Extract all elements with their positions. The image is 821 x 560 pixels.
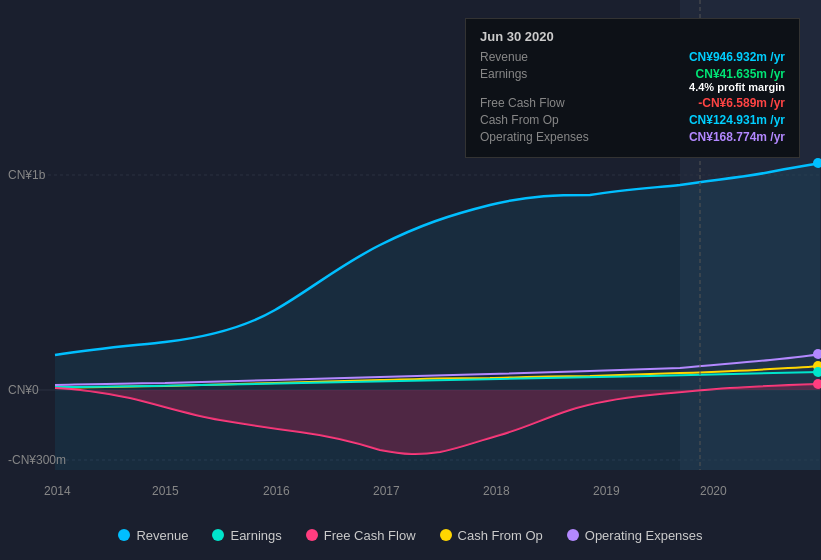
tooltip-revenue-value: CN¥946.932m /yr [689, 50, 785, 64]
tooltip-opex-label: Operating Expenses [480, 130, 610, 144]
tooltip-cashop-label: Cash From Op [480, 113, 610, 127]
legend-dot-cashop [440, 529, 452, 541]
tooltip-date: Jun 30 2020 [480, 29, 785, 44]
tooltip-fcf-label: Free Cash Flow [480, 96, 610, 110]
x-label-2016: 2016 [263, 484, 290, 498]
tooltip-row-earnings: Earnings CN¥41.635m /yr 4.4% profit marg… [480, 67, 785, 93]
tooltip-opex-value: CN¥168.774m /yr [689, 130, 785, 144]
legend-item-opex[interactable]: Operating Expenses [567, 528, 703, 543]
tooltip-box: Jun 30 2020 Revenue CN¥946.932m /yr Earn… [465, 18, 800, 158]
tooltip-profit-margin: 4.4% profit margin [689, 81, 785, 93]
legend-label-opex: Operating Expenses [585, 528, 703, 543]
y-label-mid: CN¥0 [8, 383, 39, 397]
x-label-2019: 2019 [593, 484, 620, 498]
tooltip-revenue-label: Revenue [480, 50, 610, 64]
x-label-2015: 2015 [152, 484, 179, 498]
legend-item-fcf[interactable]: Free Cash Flow [306, 528, 416, 543]
y-label-bot: -CN¥300m [8, 453, 66, 467]
tooltip-earnings-label: Earnings [480, 67, 610, 81]
tooltip-row-opex: Operating Expenses CN¥168.774m /yr [480, 130, 785, 144]
x-label-2018: 2018 [483, 484, 510, 498]
legend-label-earnings: Earnings [230, 528, 281, 543]
legend-bar: Revenue Earnings Free Cash Flow Cash Fro… [0, 510, 821, 560]
x-label-2020: 2020 [700, 484, 727, 498]
legend-item-cashop[interactable]: Cash From Op [440, 528, 543, 543]
legend-item-revenue[interactable]: Revenue [118, 528, 188, 543]
legend-item-earnings[interactable]: Earnings [212, 528, 281, 543]
x-label-2017: 2017 [373, 484, 400, 498]
legend-dot-fcf [306, 529, 318, 541]
tooltip-earnings-value: CN¥41.635m /yr [689, 67, 785, 81]
tooltip-row-cashop: Cash From Op CN¥124.931m /yr [480, 113, 785, 127]
tooltip-row-fcf: Free Cash Flow -CN¥6.589m /yr [480, 96, 785, 110]
tooltip-cashop-value: CN¥124.931m /yr [689, 113, 785, 127]
x-label-2014: 2014 [44, 484, 71, 498]
legend-label-fcf: Free Cash Flow [324, 528, 416, 543]
tooltip-row-revenue: Revenue CN¥946.932m /yr [480, 50, 785, 64]
legend-label-cashop: Cash From Op [458, 528, 543, 543]
legend-label-revenue: Revenue [136, 528, 188, 543]
legend-dot-opex [567, 529, 579, 541]
y-label-top: CN¥1b [8, 168, 45, 182]
tooltip-fcf-value: -CN¥6.589m /yr [698, 96, 785, 110]
legend-dot-earnings [212, 529, 224, 541]
legend-dot-revenue [118, 529, 130, 541]
